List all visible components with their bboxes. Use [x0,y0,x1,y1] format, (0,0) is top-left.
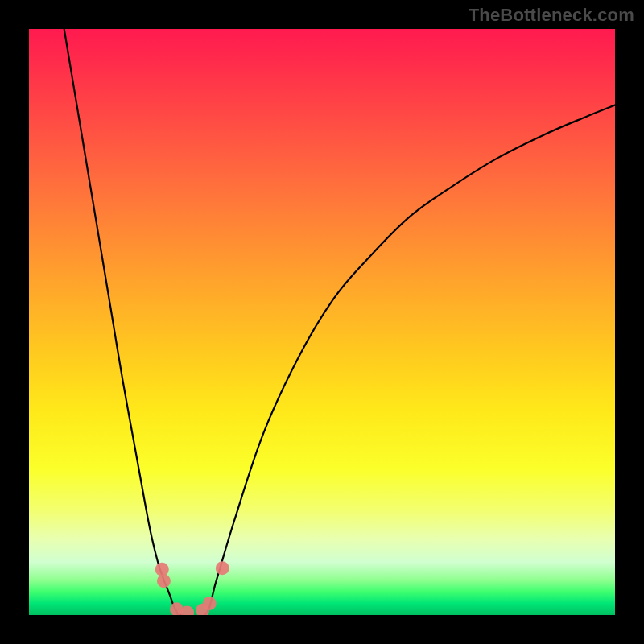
curve-overlay [29,29,615,615]
plot-area [29,29,615,615]
chart-frame: TheBottleneck.com [0,0,644,644]
data-marker [216,561,229,575]
data-marker [157,574,171,588]
data-marker [203,597,217,610]
watermark-text: TheBottleneck.com [469,5,634,26]
data-marker [155,563,169,576]
bottleneck-curve [64,29,615,615]
